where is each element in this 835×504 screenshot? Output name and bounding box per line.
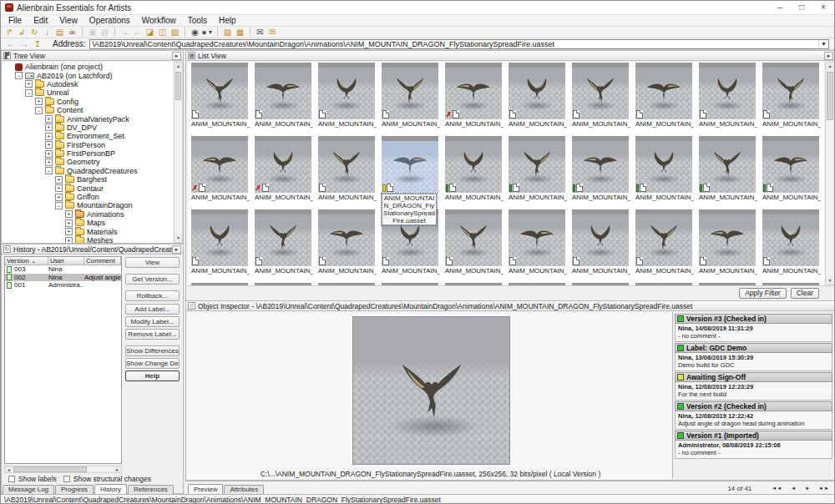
asset-thumbnail[interactable]: ANIM_MOUNTAIN_D...: [190, 63, 253, 136]
expand-icon[interactable]: +: [65, 219, 73, 227]
asset-thumbnail[interactable]: ANIM_MOUNTAIN_D...: [570, 136, 634, 209]
get-latest-icon[interactable]: ↓: [41, 27, 53, 38]
apply-filter-button[interactable]: Apply Filter: [739, 288, 787, 299]
maximize-button[interactable]: □: [791, 1, 812, 14]
forward-button[interactable]: →: [18, 39, 31, 49]
close-button[interactable]: ×: [812, 1, 834, 14]
version-entry[interactable]: Version #2 (Checked in)Nina, 12/08/2019 …: [675, 401, 832, 430]
asset-thumbnail[interactable]: ANIM_MOUNTAIN_D...: [316, 136, 380, 209]
collapse-icon[interactable]: -: [35, 107, 43, 114]
rollback-button[interactable]: Rollback...: [125, 290, 180, 301]
asset-thumbnail[interactable]: ANIM_MOUNTAIN_D...: [507, 136, 570, 209]
modify-label-button[interactable]: Modify Label...: [125, 316, 180, 327]
tab-attributes[interactable]: Attributes: [224, 485, 264, 494]
tree-item-meshes[interactable]: +Meshes: [3, 236, 173, 243]
list-panel-menu-button[interactable]: ►: [824, 52, 833, 60]
minimize-button[interactable]: –: [769, 1, 791, 14]
tree-item-animalvarietypack[interactable]: +AnimalVarietyPack: [3, 114, 173, 123]
expand-icon[interactable]: +: [45, 141, 53, 149]
tree-item-geometry[interactable]: +Geometry: [3, 158, 173, 166]
tree-item-firstpersonbp[interactable]: +FirstPersonBP: [3, 149, 173, 158]
asset-thumbnail[interactable]: ✗ANIM_MOUNTAIN_D...: [253, 136, 316, 209]
column-header-user[interactable]: User: [48, 257, 84, 265]
menu-tools[interactable]: Tools: [182, 15, 213, 26]
new-folder-icon[interactable]: ▤: [53, 27, 66, 38]
open-folder-icon[interactable]: ◪: [144, 27, 156, 38]
expand-icon[interactable]: +: [65, 237, 73, 244]
tree-item-firstperson[interactable]: +FirstPerson: [3, 141, 173, 149]
expand-icon[interactable]: +: [45, 159, 53, 166]
collapse-icon[interactable]: -: [25, 89, 33, 97]
asset-thumbnail[interactable]: ANIM_MOUNTAIN_D...: [634, 136, 697, 209]
history-row[interactable]: 003Nina: [5, 265, 121, 274]
last-page-button[interactable]: ►►: [817, 485, 831, 492]
column-header-version[interactable]: Version▲: [5, 257, 48, 265]
export-icon[interactable]: ←: [131, 27, 144, 38]
mail-icon[interactable]: ✉: [254, 27, 266, 38]
expand-icon[interactable]: +: [25, 80, 33, 88]
show-differences-button[interactable]: Show Differences: [125, 345, 180, 356]
tree-scroll-up-icon[interactable]: ▲: [175, 63, 182, 70]
help-button[interactable]: Help: [125, 370, 180, 381]
history-scroll-right-icon[interactable]: ►: [114, 466, 121, 472]
first-page-button[interactable]: ◄◄: [770, 485, 783, 492]
address-input[interactable]: \AB2019\Unreal\Content\QuadrapedCreature…: [89, 39, 829, 49]
history-row[interactable]: 002NinaAdjust angle ...: [5, 274, 121, 282]
tree-item-quadrapedcreatures[interactable]: -QuadrapedCreatures: [3, 167, 173, 175]
asset-thumbnail[interactable]: ANIM_MOUNTAIN_D...: [190, 209, 253, 283]
view-button[interactable]: View: [125, 257, 180, 268]
tree-item-alienbrain-one-project[interactable]: Alienbrain (one project): [3, 63, 173, 71]
tree-item-materials[interactable]: +Materials: [3, 227, 173, 235]
version-entry[interactable]: Version #1 (Imported)Administrator, 08/0…: [675, 431, 832, 459]
tree-scroll-down-icon[interactable]: ▼: [175, 234, 182, 242]
address-dropdown-icon[interactable]: ▼: [818, 40, 827, 48]
menu-edit[interactable]: Edit: [28, 15, 53, 26]
remove-label-button[interactable]: Remove Label...: [125, 329, 180, 340]
tree-item-maps[interactable]: +Maps: [3, 219, 173, 227]
asset-thumbnail[interactable]: ✗ANIM_MOUNTAIN_D...: [443, 63, 507, 136]
history-row[interactable]: 001Administra...: [5, 281, 121, 290]
tree-item-content[interactable]: -Content: [3, 106, 173, 114]
tab-references[interactable]: References: [128, 485, 174, 494]
tab-preview[interactable]: Preview: [188, 484, 223, 494]
asset-thumbnail[interactable]: ANIM_MOUNTAIN_D...: [316, 63, 380, 136]
expand-icon[interactable]: +: [45, 115, 53, 123]
expand-icon[interactable]: +: [65, 228, 73, 235]
tab-message-log[interactable]: Message Log: [3, 485, 54, 494]
check-out-icon[interactable]: ↱: [3, 27, 16, 38]
zoom-dropdown-icon[interactable]: ▼: [208, 29, 214, 35]
zoom-icon[interactable]: ●▼: [201, 27, 214, 38]
add-label-button[interactable]: Add Label...: [125, 304, 180, 315]
asset-thumbnail[interactable]: ANIM_MOUNTAIN_D...: [507, 209, 570, 283]
asset-thumbnail[interactable]: ANIM_MOUNTAIN_D...: [253, 63, 316, 136]
expand-icon[interactable]: +: [45, 150, 53, 158]
tab-progress[interactable]: Progress: [55, 485, 94, 494]
tree-item-barghest[interactable]: +Barghest: [3, 175, 173, 184]
asset-thumbnail[interactable]: ANIM_MOUNTAIN_D...: [443, 136, 507, 209]
browse-icon[interactable]: ▧: [169, 27, 181, 38]
clear-filter-button[interactable]: Clear: [791, 288, 819, 299]
history-scroll-left-icon[interactable]: ◄: [5, 466, 13, 472]
back-button[interactable]: ←: [4, 39, 18, 49]
version-entry[interactable]: Version #3 (Checked in)Nina, 14/08/2019 …: [675, 314, 832, 342]
asset-thumbnail[interactable]: ANIM_MOUNTAIN_D...: [697, 209, 761, 283]
folder-search-icon[interactable]: ◫: [156, 27, 169, 38]
prev-page-button[interactable]: ◄: [789, 485, 797, 492]
tree-item-dv-dpv[interactable]: +DV_DPV: [3, 123, 173, 132]
preview-icon[interactable]: ◉: [189, 27, 201, 38]
menu-view[interactable]: View: [53, 15, 84, 26]
column-header-comment[interactable]: Comment: [84, 257, 121, 265]
get-version-button[interactable]: Get Version...: [125, 274, 180, 285]
tree-item-animations[interactable]: +Animations: [3, 210, 173, 219]
asset-thumbnail[interactable]: ANIM_MOUNTAIN_D...: [253, 209, 316, 283]
asset-thumbnail[interactable]: ANIM_MOUNTAIN_D...: [443, 209, 507, 283]
properties-icon[interactable]: ▦: [234, 27, 246, 38]
asset-thumbnail[interactable]: ✗ANIM_MOUNTAIN_D...: [190, 136, 253, 209]
menu-help[interactable]: Help: [213, 15, 242, 26]
asset-thumbnail[interactable]: ANIM_MOUNTAIN_D...: [380, 63, 443, 136]
expand-icon[interactable]: +: [35, 98, 43, 105]
asset-thumbnail[interactable]: ANIM_MOUNTAIN_D...: [507, 63, 570, 136]
version-entry[interactable]: Label: GDC DemoNina, 13/08/2019 15:30:39…: [675, 343, 832, 371]
up-folder-button[interactable]: ↥: [31, 39, 44, 49]
expand-icon[interactable]: +: [45, 123, 53, 131]
